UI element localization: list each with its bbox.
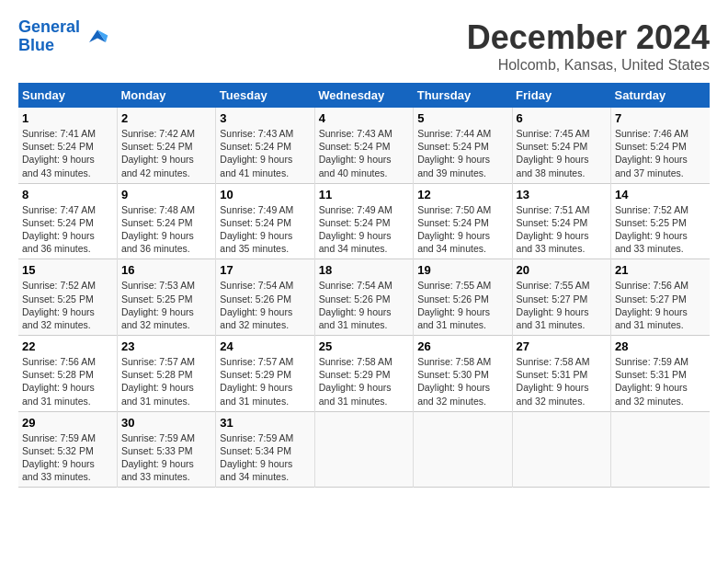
day-number: 26: [417, 339, 507, 353]
day-number: 2: [121, 111, 211, 125]
calendar-cell: 23Sunrise: 7:57 AMSunset: 5:28 PMDayligh…: [117, 336, 215, 412]
day-number: 22: [22, 339, 113, 353]
cell-info: Sunrise: 7:54 AMSunset: 5:26 PMDaylight:…: [220, 280, 293, 330]
title-area: December 2024 Holcomb, Kansas, United St…: [467, 18, 710, 74]
cell-info: Sunrise: 7:58 AMSunset: 5:31 PMDaylight:…: [517, 356, 590, 407]
main-title: December 2024: [467, 18, 710, 57]
calendar-cell: 6Sunrise: 7:45 AMSunset: 5:24 PMDaylight…: [512, 108, 610, 183]
logo-text: General Blue: [18, 18, 80, 55]
cell-info: Sunrise: 7:43 AMSunset: 5:24 PMDaylight:…: [220, 128, 293, 178]
cell-info: Sunrise: 7:51 AMSunset: 5:24 PMDaylight:…: [517, 204, 590, 255]
calendar-cell: 30Sunrise: 7:59 AMSunset: 5:33 PMDayligh…: [117, 411, 215, 488]
day-number: 17: [220, 263, 310, 277]
calendar-cell: 15Sunrise: 7:52 AMSunset: 5:25 PMDayligh…: [18, 259, 117, 336]
col-header-friday: Friday: [512, 83, 610, 108]
day-number: 14: [615, 188, 706, 201]
day-number: 18: [319, 263, 409, 277]
day-number: 11: [319, 188, 409, 201]
day-number: 21: [615, 263, 706, 277]
cell-info: Sunrise: 7:52 AMSunset: 5:25 PMDaylight:…: [22, 280, 96, 330]
cell-info: Sunrise: 7:59 AMSunset: 5:33 PMDaylight:…: [121, 432, 195, 483]
calendar-cell: 12Sunrise: 7:50 AMSunset: 5:24 PMDayligh…: [414, 183, 512, 259]
calendar-cell: 7Sunrise: 7:46 AMSunset: 5:24 PMDaylight…: [611, 108, 710, 183]
calendar-cell: 22Sunrise: 7:56 AMSunset: 5:28 PMDayligh…: [18, 336, 117, 412]
day-number: 8: [22, 188, 113, 201]
calendar-cell: 16Sunrise: 7:53 AMSunset: 5:25 PMDayligh…: [117, 259, 215, 336]
day-number: 6: [517, 111, 607, 125]
cell-info: Sunrise: 7:56 AMSunset: 5:28 PMDaylight:…: [22, 356, 96, 407]
cell-info: Sunrise: 7:58 AMSunset: 5:30 PMDaylight:…: [417, 356, 491, 407]
day-number: 7: [615, 111, 706, 125]
week-row-4: 22Sunrise: 7:56 AMSunset: 5:28 PMDayligh…: [18, 336, 710, 412]
header: General Blue December 2024 Holcomb, Kans…: [18, 18, 710, 74]
calendar-header-row: SundayMondayTuesdayWednesdayThursdayFrid…: [18, 83, 710, 108]
cell-info: Sunrise: 7:57 AMSunset: 5:28 PMDaylight:…: [121, 356, 195, 407]
col-header-monday: Monday: [117, 83, 215, 108]
calendar-cell: [414, 411, 512, 488]
day-number: 1: [22, 111, 113, 125]
day-number: 24: [220, 339, 310, 353]
calendar-cell: [611, 411, 710, 488]
calendar-cell: [314, 411, 413, 488]
cell-info: Sunrise: 7:44 AMSunset: 5:24 PMDaylight:…: [417, 128, 491, 178]
week-row-3: 15Sunrise: 7:52 AMSunset: 5:25 PMDayligh…: [18, 259, 710, 336]
col-header-sunday: Sunday: [18, 83, 117, 108]
calendar-cell: 25Sunrise: 7:58 AMSunset: 5:29 PMDayligh…: [314, 336, 413, 412]
calendar-cell: 8Sunrise: 7:47 AMSunset: 5:24 PMDaylight…: [18, 183, 117, 259]
cell-info: Sunrise: 7:48 AMSunset: 5:24 PMDaylight:…: [121, 204, 195, 255]
cell-info: Sunrise: 7:52 AMSunset: 5:25 PMDaylight:…: [615, 204, 688, 255]
calendar-cell: 20Sunrise: 7:55 AMSunset: 5:27 PMDayligh…: [512, 259, 610, 336]
calendar-cell: 1Sunrise: 7:41 AMSunset: 5:24 PMDaylight…: [18, 108, 117, 183]
cell-info: Sunrise: 7:50 AMSunset: 5:24 PMDaylight:…: [417, 204, 491, 255]
day-number: 25: [319, 339, 409, 353]
calendar-cell: 21Sunrise: 7:56 AMSunset: 5:27 PMDayligh…: [611, 259, 710, 336]
calendar-cell: 13Sunrise: 7:51 AMSunset: 5:24 PMDayligh…: [512, 183, 610, 259]
calendar-table: SundayMondayTuesdayWednesdayThursdayFrid…: [18, 83, 710, 488]
cell-info: Sunrise: 7:55 AMSunset: 5:27 PMDaylight:…: [517, 280, 590, 330]
day-number: 20: [517, 263, 607, 277]
calendar-cell: [512, 411, 610, 488]
day-number: 30: [121, 416, 211, 430]
col-header-tuesday: Tuesday: [216, 83, 314, 108]
day-number: 31: [220, 416, 310, 430]
week-row-5: 29Sunrise: 7:59 AMSunset: 5:32 PMDayligh…: [18, 411, 710, 488]
cell-info: Sunrise: 7:42 AMSunset: 5:24 PMDaylight:…: [121, 128, 195, 178]
logo: General Blue: [18, 18, 111, 55]
day-number: 27: [517, 339, 607, 353]
col-header-wednesday: Wednesday: [314, 83, 413, 108]
calendar-cell: 29Sunrise: 7:59 AMSunset: 5:32 PMDayligh…: [18, 411, 117, 488]
calendar-cell: 31Sunrise: 7:59 AMSunset: 5:34 PMDayligh…: [216, 411, 314, 488]
calendar-cell: 26Sunrise: 7:58 AMSunset: 5:30 PMDayligh…: [414, 336, 512, 412]
calendar-cell: 17Sunrise: 7:54 AMSunset: 5:26 PMDayligh…: [216, 259, 314, 336]
calendar-cell: 5Sunrise: 7:44 AMSunset: 5:24 PMDaylight…: [414, 108, 512, 183]
cell-info: Sunrise: 7:45 AMSunset: 5:24 PMDaylight:…: [517, 128, 590, 178]
day-number: 23: [121, 339, 211, 353]
day-number: 5: [417, 111, 507, 125]
calendar-cell: 18Sunrise: 7:54 AMSunset: 5:26 PMDayligh…: [314, 259, 413, 336]
logo-bird-icon: [84, 23, 111, 51]
col-header-thursday: Thursday: [414, 83, 512, 108]
day-number: 29: [22, 416, 113, 430]
cell-info: Sunrise: 7:58 AMSunset: 5:29 PMDaylight:…: [319, 356, 392, 407]
cell-info: Sunrise: 7:49 AMSunset: 5:24 PMDaylight:…: [220, 204, 293, 255]
subtitle: Holcomb, Kansas, United States: [467, 57, 710, 74]
day-number: 16: [121, 263, 211, 277]
calendar-cell: 19Sunrise: 7:55 AMSunset: 5:26 PMDayligh…: [414, 259, 512, 336]
col-header-saturday: Saturday: [611, 83, 710, 108]
cell-info: Sunrise: 7:41 AMSunset: 5:24 PMDaylight:…: [22, 128, 96, 178]
day-number: 19: [417, 263, 507, 277]
day-number: 12: [417, 188, 507, 201]
calendar-cell: 4Sunrise: 7:43 AMSunset: 5:24 PMDaylight…: [314, 108, 413, 183]
cell-info: Sunrise: 7:54 AMSunset: 5:26 PMDaylight:…: [319, 280, 392, 330]
cell-info: Sunrise: 7:49 AMSunset: 5:24 PMDaylight:…: [319, 204, 392, 255]
calendar-cell: 27Sunrise: 7:58 AMSunset: 5:31 PMDayligh…: [512, 336, 610, 412]
cell-info: Sunrise: 7:59 AMSunset: 5:31 PMDaylight:…: [615, 356, 688, 407]
calendar-cell: 10Sunrise: 7:49 AMSunset: 5:24 PMDayligh…: [216, 183, 314, 259]
cell-info: Sunrise: 7:59 AMSunset: 5:32 PMDaylight:…: [22, 432, 96, 483]
day-number: 3: [220, 111, 310, 125]
cell-info: Sunrise: 7:47 AMSunset: 5:24 PMDaylight:…: [22, 204, 96, 255]
cell-info: Sunrise: 7:46 AMSunset: 5:24 PMDaylight:…: [615, 128, 688, 178]
day-number: 28: [615, 339, 706, 353]
calendar-cell: 3Sunrise: 7:43 AMSunset: 5:24 PMDaylight…: [216, 108, 314, 183]
calendar-cell: 28Sunrise: 7:59 AMSunset: 5:31 PMDayligh…: [611, 336, 710, 412]
